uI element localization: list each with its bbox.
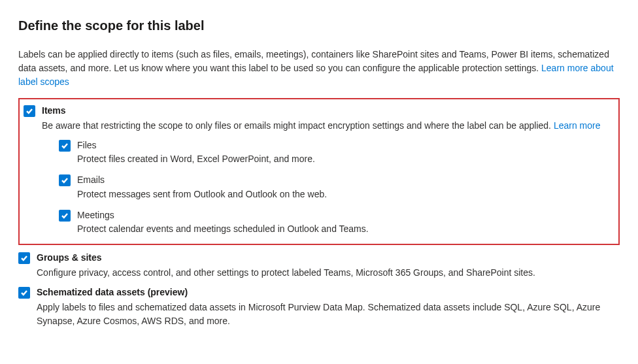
checkbox-files[interactable] xyxy=(59,140,71,152)
checkbox-items[interactable] xyxy=(24,105,35,117)
scope-groups-desc: Configure privacy, access control, and o… xyxy=(37,266,620,280)
items-highlight-box: Items Be aware that restricting the scop… xyxy=(18,98,620,245)
sub-meetings-desc: Protect calendar events and meetings sch… xyxy=(77,222,614,236)
sub-files-title: Files xyxy=(77,139,614,152)
sub-meetings-title: Meetings xyxy=(77,209,614,222)
scope-groups-title: Groups & sites xyxy=(37,252,620,265)
scope-items: Items Be aware that restricting the scop… xyxy=(24,105,614,236)
check-icon xyxy=(61,142,69,150)
check-icon xyxy=(20,254,28,262)
sub-item-meetings: Meetings Protect calendar events and mee… xyxy=(59,209,614,237)
sub-item-emails: Emails Protect messages sent from Outloo… xyxy=(59,174,614,201)
check-icon xyxy=(61,176,69,184)
sub-emails-desc: Protect messages sent from Outlook and O… xyxy=(77,188,614,201)
intro-paragraph: Labels can be applied directly to items … xyxy=(18,48,620,89)
scope-groups-sites: Groups & sites Configure privacy, access… xyxy=(18,252,620,280)
sub-item-files: Files Protect files created in Word, Exc… xyxy=(59,139,614,167)
check-icon xyxy=(20,289,28,297)
check-icon xyxy=(25,107,33,115)
check-icon xyxy=(61,212,69,220)
scope-items-title: Items xyxy=(42,105,614,118)
scope-items-desc: Be aware that restricting the scope to o… xyxy=(42,119,614,133)
scope-schematized-title: Schematized data assets (preview) xyxy=(37,286,620,299)
scope-schematized: Schematized data assets (preview) Apply … xyxy=(18,286,620,328)
checkbox-schematized[interactable] xyxy=(18,287,30,299)
sub-files-desc: Protect files created in Word, Excel Pow… xyxy=(77,152,614,166)
checkbox-groups-sites[interactable] xyxy=(18,252,30,264)
page-heading: Define the scope for this label xyxy=(18,18,620,33)
checkbox-emails[interactable] xyxy=(59,174,71,186)
checkbox-meetings[interactable] xyxy=(59,210,71,222)
learn-more-items-link[interactable]: Learn more xyxy=(554,120,601,131)
sub-emails-title: Emails xyxy=(77,174,614,187)
intro-text: Labels can be applied directly to items … xyxy=(18,49,609,73)
scope-schematized-desc: Apply labels to files and schematized da… xyxy=(37,301,620,328)
